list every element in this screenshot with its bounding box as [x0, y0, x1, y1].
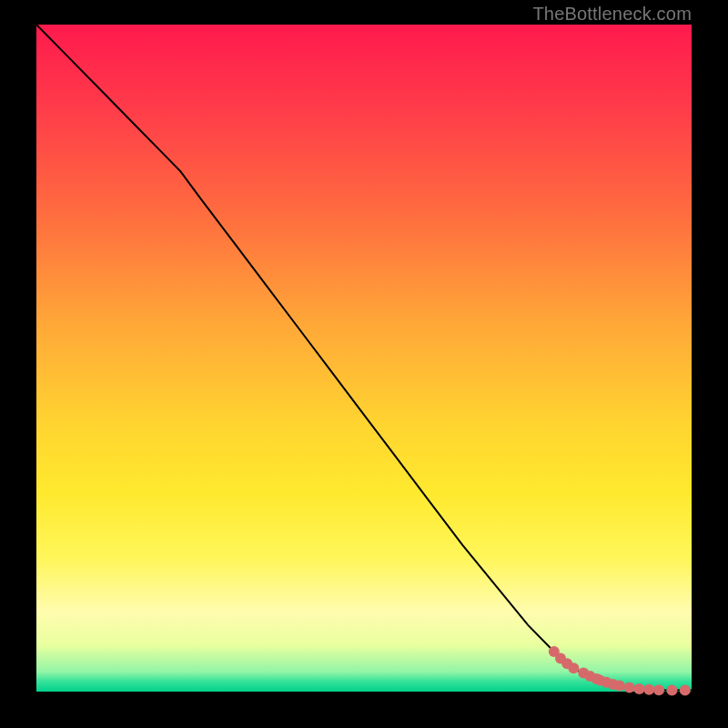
data-point [666, 685, 677, 696]
plot-area [36, 25, 692, 692]
data-point [680, 685, 691, 696]
data-points [549, 646, 691, 696]
data-point [568, 662, 579, 673]
data-point [653, 684, 664, 695]
data-point [624, 682, 635, 693]
data-point [614, 680, 625, 691]
data-point [633, 683, 644, 694]
bottleneck-curve [36, 25, 692, 691]
source-label: TheBottleneck.com [532, 4, 692, 25]
chart-frame: TheBottleneck.com [0, 0, 728, 728]
data-point [643, 684, 654, 695]
chart-overlay [36, 25, 692, 692]
